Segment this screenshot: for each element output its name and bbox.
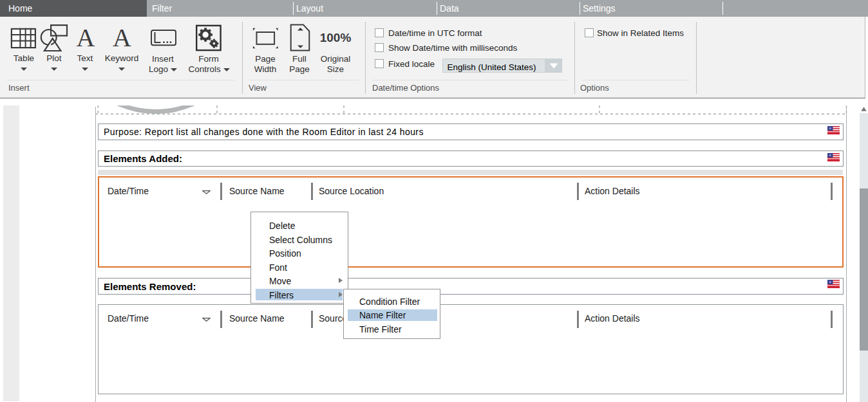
svg-text:A: A <box>113 23 131 52</box>
svg-text:100%: 100% <box>320 31 352 44</box>
svg-text:A: A <box>77 23 95 52</box>
